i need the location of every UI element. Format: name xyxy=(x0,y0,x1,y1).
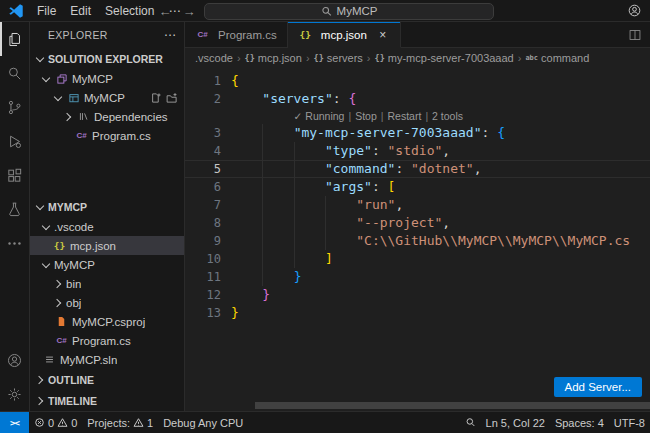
code-line[interactable]: 9 "C:\\GitHub\\MyMCP\\MyMCP\\MyMCP.cs xyxy=(185,232,650,250)
tab-mcp-json[interactable]: {} mcp.json × xyxy=(288,22,401,48)
search-input[interactable]: MyMCP xyxy=(204,3,494,20)
indentation[interactable]: Spaces: 4 xyxy=(550,412,609,433)
cursor-position-label: Ln 5, Col 22 xyxy=(486,417,545,429)
zoom-indicator[interactable] xyxy=(460,412,481,433)
tree-item-solution-mymcp[interactable]: MyMCP xyxy=(30,69,184,88)
code-line[interactable]: 10 ] xyxy=(185,250,650,268)
new-file-icon[interactable] xyxy=(150,92,162,104)
menu-edit[interactable]: Edit xyxy=(63,0,98,22)
activity-run-debug[interactable] xyxy=(0,124,29,158)
tree-item-program-cs[interactable]: C# Program.cs xyxy=(30,331,184,350)
section-label: OUTLINE xyxy=(48,374,94,386)
split-editor-icon[interactable] xyxy=(628,28,642,42)
tree-item-label: Program.cs xyxy=(92,130,151,142)
ellipsis-icon xyxy=(6,235,23,252)
line-number: 10 xyxy=(185,250,221,268)
code-line[interactable]: 3 "my-mcp-server-7003aaad": { xyxy=(185,124,650,142)
sidebar-spacer xyxy=(30,145,184,196)
tree-item-label: .vscode xyxy=(54,221,94,233)
breadcrumb-item[interactable]: mcp.json xyxy=(258,52,302,64)
section-solution-explorer[interactable]: SOLUTION EXPLORER xyxy=(30,48,184,69)
chevron-right-icon xyxy=(34,374,46,386)
breadcrumb-item[interactable]: command xyxy=(541,52,589,64)
tree-item-obj[interactable]: obj xyxy=(30,293,184,312)
tree-item-project-mymcp[interactable]: MyMCP xyxy=(30,88,184,107)
codelens-running[interactable]: ✓ Running xyxy=(294,110,345,122)
cursor-position[interactable]: Ln 5, Col 22 xyxy=(481,412,550,433)
tree-item-mcp-json[interactable]: {} mcp.json xyxy=(30,236,184,255)
error-icon xyxy=(34,417,45,428)
tree-item-label: bin xyxy=(66,278,81,290)
codelens-restart[interactable]: Restart xyxy=(388,110,422,122)
run-debug-icon xyxy=(6,133,23,150)
build-config[interactable]: Debug Any CPU xyxy=(158,412,248,433)
dependencies-icon xyxy=(76,111,91,122)
section-outline[interactable]: OUTLINE xyxy=(30,369,184,390)
activity-source-control[interactable] xyxy=(0,90,29,124)
code-line[interactable]: 13 } xyxy=(185,304,650,322)
json-icon: {} xyxy=(298,29,313,40)
tree-item-mymcp-folder[interactable]: MyMCP xyxy=(30,255,184,274)
line-number: 8 xyxy=(185,214,221,232)
activity-explorer[interactable] xyxy=(0,22,29,56)
codelens: ✓ Running|Stop|Restart|2 tools xyxy=(185,108,650,124)
projects-status[interactable]: Projects: 1 xyxy=(82,412,158,433)
encoding[interactable]: UTF-8 xyxy=(609,412,650,433)
forward-button[interactable]: → xyxy=(180,4,198,19)
tree-item-bin[interactable]: bin xyxy=(30,274,184,293)
menu-selection[interactable]: Selection xyxy=(98,0,161,22)
breadcrumb-separator: › xyxy=(366,52,372,64)
code-line[interactable]: 2 "servers": { xyxy=(185,90,650,108)
code-line[interactable]: 4 "type": "stdio", xyxy=(185,142,650,160)
tree-item-label: Dependencies xyxy=(94,111,168,123)
breadcrumb-item[interactable]: my-mcp-server-7003aaad xyxy=(388,52,514,64)
activity-settings[interactable] xyxy=(0,377,29,411)
remote-indicator[interactable]: >< xyxy=(0,412,29,433)
chevron-right-icon xyxy=(52,278,64,290)
encoding-label: UTF-8 xyxy=(614,417,645,429)
menu-file[interactable]: File xyxy=(30,0,63,22)
warning-icon xyxy=(133,417,144,428)
activity-testing[interactable] xyxy=(0,192,29,226)
add-server-button[interactable]: Add Server... xyxy=(554,377,642,397)
tree-item-mymcp-sln[interactable]: MyMCP.sln xyxy=(30,350,184,369)
codelens-stop[interactable]: Stop xyxy=(355,110,377,122)
sln-icon xyxy=(42,354,57,365)
code-line-current[interactable]: 5 "command": "dotnet", xyxy=(185,160,650,178)
indent-guide xyxy=(294,142,295,268)
activity-extensions[interactable] xyxy=(0,158,29,192)
codelens-separator: | xyxy=(421,110,432,122)
code-line[interactable]: 11 } xyxy=(185,268,650,286)
activity-search[interactable] xyxy=(0,56,29,90)
tree-item-dependencies[interactable]: Dependencies xyxy=(30,107,184,126)
tree-item-mymcp-csproj[interactable]: MyMCP.csproj xyxy=(30,312,184,331)
breadcrumb-item[interactable]: .vscode xyxy=(195,52,233,64)
code-line[interactable]: 7 "run", xyxy=(185,196,650,214)
tree-item-vscode-folder[interactable]: .vscode xyxy=(30,217,184,236)
code-line[interactable]: 8 "--project", xyxy=(185,214,650,232)
accounts-icon[interactable] xyxy=(627,3,642,18)
code-line[interactable]: 1 { xyxy=(185,72,650,90)
code-line[interactable]: 6 "args": [ xyxy=(185,178,650,196)
tab-program-cs[interactable]: C# Program.cs xyxy=(185,22,288,47)
activity-accounts[interactable] xyxy=(0,343,29,377)
new-folder-icon[interactable] xyxy=(166,92,178,104)
activity-more[interactable] xyxy=(0,226,29,260)
tree-item-label: mcp.json xyxy=(70,240,116,252)
line-number: 3 xyxy=(185,124,221,142)
close-icon[interactable]: × xyxy=(376,28,390,42)
section-mymcp[interactable]: MYMCP xyxy=(30,196,184,217)
code-line[interactable]: 12 } xyxy=(185,286,650,304)
codelens-tools[interactable]: 2 tools xyxy=(432,110,463,122)
breadcrumb-item[interactable]: servers xyxy=(327,52,363,64)
code-editor[interactable]: 1 { 2 "servers": { ✓ Running|Stop|Restar… xyxy=(185,68,650,411)
section-timeline[interactable]: TIMELINE xyxy=(30,390,184,411)
problems-status[interactable]: 0 0 xyxy=(29,412,82,433)
tree-item-program-cs-solution[interactable]: C# Program.cs xyxy=(30,126,184,145)
csharp-project-icon xyxy=(66,92,81,104)
more-actions-icon[interactable]: ⋯ xyxy=(164,28,176,42)
extensions-icon xyxy=(6,167,23,184)
csproj-icon xyxy=(54,316,69,327)
horizontal-scrollbar[interactable] xyxy=(255,402,650,409)
back-button[interactable]: ← xyxy=(156,4,174,19)
